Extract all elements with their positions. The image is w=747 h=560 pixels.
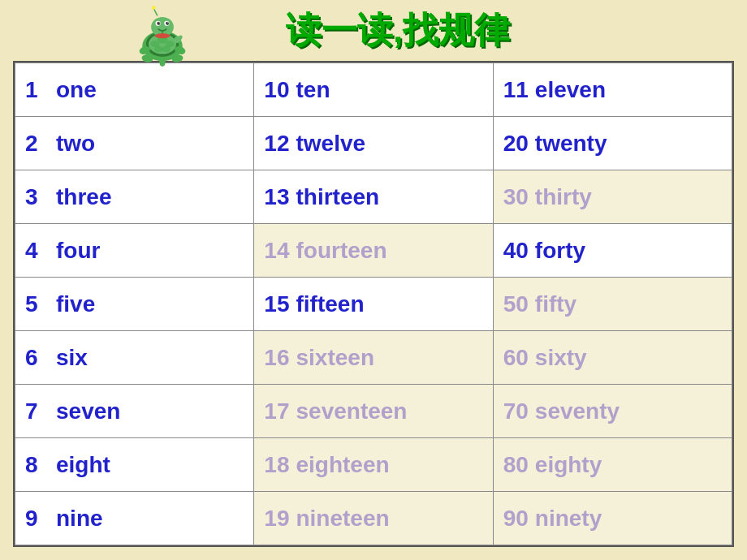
table-row: 1one10ten11eleven [15,63,732,117]
word-label: ninety [535,506,602,531]
word-label: sixteen [296,345,374,370]
cell-col2-row8: 19nineteen [254,492,493,545]
word-label: one [56,77,97,102]
cell-col3-row1: 20twenty [493,117,732,170]
cell-col2-row0: 10ten [254,63,493,117]
number-label: 20 [503,131,529,157]
word-label: fifty [535,291,576,317]
page-title: 读一读,找规律 [286,6,510,54]
number-label: 16 [264,345,289,371]
cell-col2-row1: 12twelve [254,117,493,170]
cell-col1-row8: 9nine [15,492,254,545]
word-label: eleven [535,77,606,102]
number-label: 30 [503,184,529,210]
word-label: nineteen [296,506,389,531]
table-row: 3three13thirteen30thirty [15,170,732,224]
number-label: 15 [264,291,289,317]
number-label: 13 [264,184,289,210]
cell-col3-row0: 11eleven [493,63,732,117]
table-row: 8eight18eighteen80eighty [15,438,732,492]
svg-point-14 [167,22,169,24]
word-label: six [56,345,88,370]
number-label: 80 [503,452,529,478]
cell-col1-row7: 8eight [15,438,254,492]
cell-col2-row5: 16sixteen [254,331,493,385]
svg-point-6 [154,46,163,53]
cell-col2-row7: 18eighteen [254,438,493,492]
number-label: 3 [25,184,50,210]
number-label: 4 [25,238,50,264]
number-label: 40 [503,238,529,264]
number-label: 18 [264,452,289,478]
numbers-table-container: 1one10ten11eleven2two12twelve20twenty3th… [13,61,734,547]
svg-point-11 [157,22,160,25]
svg-point-25 [179,35,183,39]
table-row: 7seven17seventeen70seventy [15,385,732,438]
svg-point-12 [166,22,169,25]
word-label: twenty [535,131,607,156]
numbers-table: 1one10ten11eleven2two12twelve20twenty3th… [15,62,732,545]
number-label: 60 [503,345,529,371]
number-label: 9 [25,506,50,532]
cell-col2-row2: 13thirteen [254,170,493,224]
cell-col1-row3: 4four [15,224,254,278]
cell-col3-row8: 90ninety [493,492,732,545]
word-label: nine [56,506,103,531]
word-label: thirty [535,184,592,209]
cell-col2-row4: 15fifteen [254,278,493,331]
number-label: 8 [25,452,50,478]
word-label: ten [296,77,330,102]
number-label: 6 [25,345,50,371]
svg-point-22 [152,6,156,10]
table-row: 6six16sixteen60sixty [15,331,732,385]
word-label: seventeen [296,398,407,424]
cell-col3-row3: 40forty [493,224,732,278]
header: 读一读,找规律 [0,0,747,58]
turtle-icon [130,3,195,75]
cell-col1-row6: 7seven [15,385,254,438]
number-label: 19 [264,506,289,532]
word-label: eighty [535,452,602,477]
cell-col3-row7: 80eighty [493,438,732,492]
number-label: 17 [264,398,289,424]
word-label: two [56,131,95,156]
word-label: eight [56,452,110,477]
word-label: fifteen [296,291,364,317]
table-row: 9nine19nineteen90ninety [15,492,732,545]
number-label: 14 [264,238,289,264]
number-label: 50 [503,291,529,317]
word-label: forty [535,238,585,263]
number-label: 70 [503,398,529,424]
table-row: 5five15fifteen50fifty [15,278,732,331]
word-label: sixty [535,345,587,370]
svg-point-13 [158,22,160,24]
cell-col1-row4: 5five [15,278,254,331]
word-label: seventy [535,398,620,424]
word-label: twelve [296,131,365,156]
word-label: fourteen [296,238,386,263]
number-label: 7 [25,398,50,424]
number-label: 12 [264,131,289,157]
number-label: 5 [25,291,50,317]
svg-point-20 [159,57,166,67]
cell-col2-row6: 17seventeen [254,385,493,438]
number-label: 10 [264,77,289,103]
svg-point-23 [155,33,171,38]
table-row: 2two12twelve20twenty [15,117,732,170]
cell-col2-row3: 14fourteen [254,224,493,278]
cell-col1-row1: 2two [15,117,254,170]
word-label: thirteen [296,184,379,209]
cell-col3-row6: 70seventy [493,385,732,438]
number-label: 11 [503,77,529,103]
word-label: five [56,291,95,317]
table-row: 4four14fourteen40forty [15,224,732,278]
cell-col3-row2: 30thirty [493,170,732,224]
word-label: four [56,238,100,263]
cell-col3-row4: 50fifty [493,278,732,331]
number-label: 1 [25,77,50,103]
number-label: 2 [25,131,50,157]
cell-col3-row5: 60sixty [493,331,732,385]
cell-col1-row2: 3three [15,170,254,224]
svg-point-7 [162,46,171,53]
word-label: eighteen [296,452,389,477]
